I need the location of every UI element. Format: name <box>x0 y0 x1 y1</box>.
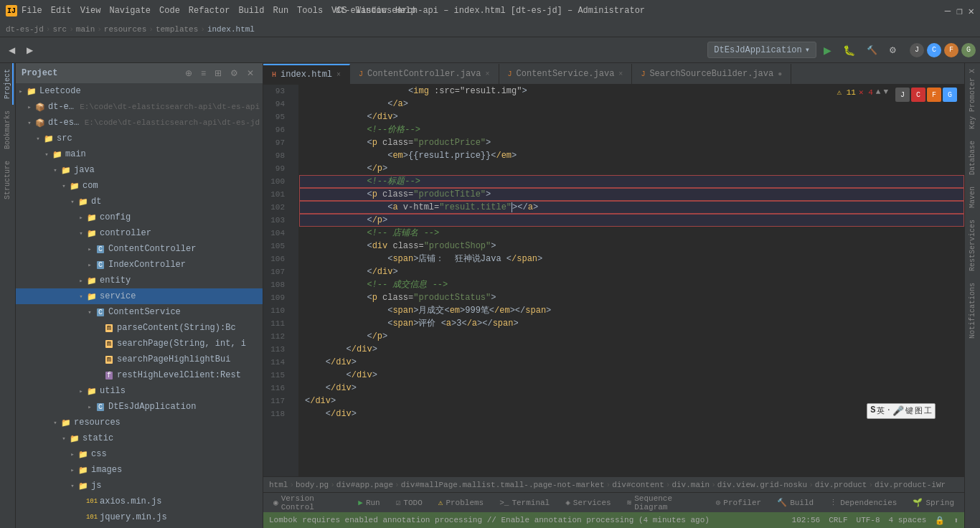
bottom-bc-part-3[interactable]: div#mallPage.mallist.tmall-.page-not-mar… <box>401 481 605 489</box>
code-line-116[interactable]: </div> <box>299 382 964 395</box>
tree-item-contentservice[interactable]: ▾CContentService <box>16 304 263 320</box>
editor-tab-content-service[interactable]: JContentService.java× <box>499 64 633 84</box>
structure-panel-label[interactable]: Structure <box>2 155 13 205</box>
project-panel-label[interactable]: Project <box>2 63 14 105</box>
debug-button[interactable]: 🐛 <box>839 42 859 59</box>
tree-item-css[interactable]: ▸📁css <box>16 446 263 462</box>
code-line-96[interactable]: <!--价格--> <box>299 123 964 136</box>
close-button[interactable]: ✕ <box>969 5 974 17</box>
menu-item-refactor[interactable]: Refactor <box>189 6 230 16</box>
bottom-bc-part-8[interactable]: div.product-iWr <box>875 481 946 489</box>
bottom-tab-problems[interactable]: ⚠Problems <box>431 496 491 509</box>
collapse-all-button[interactable]: ≡ <box>198 67 209 80</box>
tree-item-src[interactable]: ▾📁src <box>16 131 263 146</box>
menu-item-code[interactable]: Code <box>159 6 180 16</box>
bottom-tab-spring[interactable]: 🌱Spring <box>905 496 961 509</box>
bottom-tab-terminal[interactable]: >_Terminal <box>492 496 557 509</box>
line-separator[interactable]: CRLF <box>829 516 847 524</box>
tree-item-resources[interactable]: ▾📁resources <box>16 415 263 430</box>
code-line-103[interactable]: </p> <box>299 214 964 227</box>
menu-item-file[interactable]: File <box>22 6 42 16</box>
tree-item-main[interactable]: ▾📁main <box>16 146 263 162</box>
ime-tool[interactable]: 工 <box>924 405 932 417</box>
maven-label[interactable]: Maven <box>967 181 978 214</box>
tree-item-utils[interactable]: ▸📁utils <box>16 383 263 399</box>
tree-item-js[interactable]: ▾📁js <box>16 478 263 494</box>
scroll-up-button[interactable]: ▲ <box>876 88 881 102</box>
code-line-118[interactable]: </div> <box>299 407 964 420</box>
tree-item-dt-es-jd[interactable]: ▾📦dt-es-jdE:\code\dt-elasticsearch-api\d… <box>16 115 263 131</box>
tree-item-config[interactable]: ▸📁config <box>16 209 263 225</box>
bottom-tab-build[interactable]: 🔨Build <box>770 496 821 509</box>
forward-button[interactable]: ▶ <box>22 42 37 58</box>
code-line-111[interactable]: <span>评价 <a>3</a></span> <box>299 317 964 330</box>
tab-close-index-html[interactable]: × <box>336 71 341 79</box>
close-panel-button[interactable]: ✕ <box>244 67 257 80</box>
project-tree[interactable]: ▸📁Leetcode▸📦dt-es-apiE:\code\dt-elastics… <box>16 83 263 528</box>
ime-input[interactable]: 键 <box>905 405 913 417</box>
tree-item-resthighlevelclient[interactable]: frestHighLevelClient:Rest <box>16 367 263 383</box>
code-line-98[interactable]: <em>{{result.price}}</em> <box>299 149 964 162</box>
quick-icon-4[interactable]: G <box>943 88 957 102</box>
tree-item-images[interactable]: ▸📁images <box>16 462 263 478</box>
code-line-114[interactable]: </div> <box>299 356 964 369</box>
bottom-tab-todo[interactable]: ☑TODO <box>389 496 430 509</box>
tree-item-dtEsJdApplication[interactable]: ▸CDtEsJdApplication <box>16 399 263 415</box>
code-line-113[interactable]: </div> <box>299 343 964 356</box>
tree-item-entity[interactable]: ▸📁entity <box>16 273 263 288</box>
bottom-tab-services[interactable]: ◈Services <box>558 496 618 509</box>
bottom-bc-part-7[interactable]: div.product <box>815 481 867 489</box>
tree-item-vueminjs[interactable]: 101vue.min.js <box>16 525 263 528</box>
bookmarks-panel-label[interactable]: Bookmarks <box>2 105 13 155</box>
position-indicator[interactable]: 102:56 <box>792 516 821 524</box>
code-line-112[interactable]: </p> <box>299 330 964 343</box>
minimize-button[interactable]: — <box>945 5 951 17</box>
code-line-115[interactable]: </div> <box>299 369 964 382</box>
code-line-117[interactable]: </div> <box>299 395 964 407</box>
tab-close-content-service[interactable]: × <box>618 70 623 78</box>
build-button[interactable]: 🔨 <box>862 42 882 58</box>
tree-item-leetcode[interactable]: ▸📁Leetcode <box>16 83 263 99</box>
breadcrumb-part-0[interactable]: dt-es-jd <box>6 25 44 34</box>
ime-voice[interactable]: 🎤 <box>892 405 904 417</box>
back-button[interactable]: ◀ <box>4 42 19 58</box>
bottom-bc-part-2[interactable]: div#app.page <box>336 481 393 489</box>
code-line-110[interactable]: <span>月成交<em>999笔</em></span> <box>299 304 964 317</box>
code-line-109[interactable]: <p class="productStatus"> <box>299 291 964 304</box>
quick-icon-3[interactable]: F <box>927 88 941 102</box>
code-lines[interactable]: <img :src="result.img"> </a> </div> <!--… <box>299 85 964 476</box>
bottom-bc-part-4[interactable]: div#content <box>612 481 664 489</box>
tab-close-content-controller[interactable]: × <box>486 70 490 78</box>
code-line-102[interactable]: <a v-html="result.title"></a> <box>299 201 964 214</box>
editor-tab-search-source-builder[interactable]: JSearchSourceBuilder.java● <box>632 64 791 84</box>
breadcrumb-part-3[interactable]: resources <box>104 25 146 34</box>
bottom-tab-dependencies[interactable]: ⋮Dependencies <box>822 496 904 509</box>
code-line-107[interactable]: </div> <box>299 265 964 278</box>
menu-item-run[interactable]: Run <box>273 6 288 16</box>
settings-button[interactable]: ⚙ <box>885 42 901 58</box>
app-run-dropdown[interactable]: DtEsJdApplication ▾ <box>707 42 816 58</box>
menu-item-view[interactable]: View <box>80 6 101 16</box>
ime-punct[interactable]: · <box>886 405 891 417</box>
tree-item-controller[interactable]: ▾📁controller <box>16 225 263 241</box>
tree-item-dt-es-api[interactable]: ▸📦dt-es-apiE:\code\dt-elasticsearch-api\… <box>16 99 263 115</box>
run-button[interactable]: ▶ <box>819 42 836 59</box>
editor-tab-content-controller[interactable]: JContentController.java× <box>350 64 499 84</box>
tree-item-static[interactable]: ▾📁static <box>16 430 263 446</box>
editor-tab-index-html[interactable]: Hindex.html× <box>263 64 350 84</box>
bottom-bc-part-5[interactable]: div.main <box>672 481 710 489</box>
code-line-101[interactable]: <p class="productTitle"> <box>299 188 964 201</box>
bottom-tab-run[interactable]: ▶Run <box>351 496 387 509</box>
scroll-down-button[interactable]: ▼ <box>883 88 888 102</box>
tree-item-searchpagehighlight[interactable]: msearchPageHighlightBui <box>16 352 263 367</box>
database-label[interactable]: Database <box>967 135 978 181</box>
rest-services-label[interactable]: RestServices <box>967 214 978 277</box>
breadcrumb-part-1[interactable]: src <box>52 25 67 34</box>
bottom-bc-part-0[interactable]: html <box>269 481 288 489</box>
tree-item-jqueryminjs[interactable]: 101jquery.min.js <box>16 509 263 525</box>
ime-emoji[interactable]: 图 <box>915 405 923 417</box>
notifications-label[interactable]: Notifications <box>967 277 978 344</box>
tree-item-com[interactable]: ▾📁com <box>16 178 263 194</box>
code-line-100[interactable]: <!--标题--> <box>299 175 964 188</box>
bottom-bc-part-1[interactable]: body.pg <box>296 481 329 489</box>
